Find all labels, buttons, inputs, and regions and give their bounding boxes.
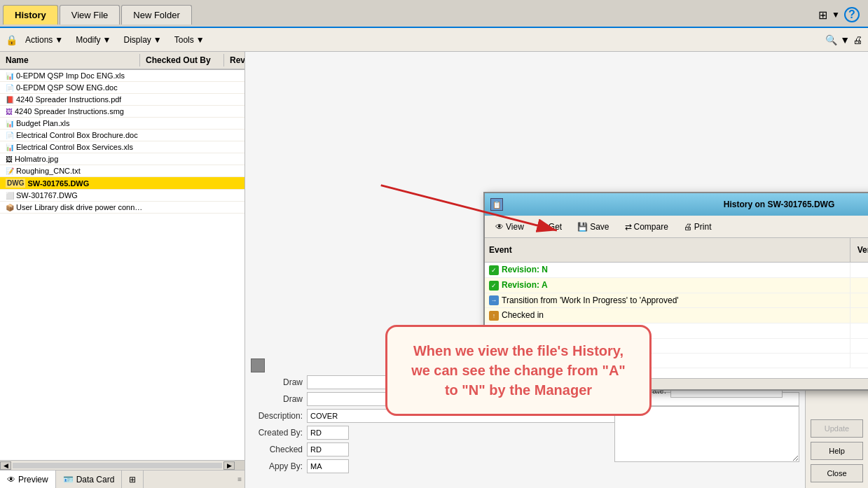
dialog-title-icon: 📋 bbox=[490, 198, 503, 211]
arrow-icon[interactable]: ▼ bbox=[840, 34, 850, 46]
actions-label: Actions bbox=[25, 35, 53, 45]
preview-icon: 👁 bbox=[7, 475, 15, 484]
save-button[interactable]: 💾 Save bbox=[572, 220, 614, 234]
other-icon: ⊞ bbox=[129, 475, 136, 484]
modify-menu[interactable]: Modify ▼ bbox=[71, 32, 116, 48]
tab-bar: History View File New Folder ⊞ ▼ ? bbox=[0, 0, 868, 28]
actions-menu[interactable]: Actions ▼ bbox=[20, 32, 68, 48]
tab-view-file[interactable]: View File bbox=[60, 5, 120, 25]
description-label: Description: bbox=[251, 411, 307, 421]
modify-label: Modify bbox=[76, 35, 100, 45]
list-item[interactable]: 📊Budget Plan.xls Vaulted bbox=[0, 118, 244, 130]
file-list-body: 📊0-EPDM QSP Imp Doc ENG.xls Vaulted Cont… bbox=[0, 70, 244, 460]
created-by-input[interactable] bbox=[307, 426, 349, 440]
tab-new-folder[interactable]: New Folder bbox=[121, 5, 191, 25]
file-list-header: Name Checked Out By Revision State Descr… bbox=[0, 52, 244, 70]
file-name: 📊Electrical Control Box Services.xls bbox=[6, 143, 146, 151]
list-item[interactable]: 📊0-EPDM QSP Imp Doc ENG.xls Vaulted Cont… bbox=[0, 70, 244, 82]
compare-label: Compare bbox=[634, 222, 668, 232]
checked-label: Checked bbox=[251, 445, 307, 454]
file-name: 📄0-EPDM QSP SOW ENG.doc bbox=[6, 83, 146, 92]
file-name: 📊0-EPDM QSP Imp Doc ENG.xls bbox=[6, 71, 146, 80]
list-item[interactable]: 🖼4240 Spreader Instructions.smg Vaulted … bbox=[0, 106, 244, 118]
table-row[interactable]: ✓Revision: A 4 Manager 07/13/2017 12:01:… bbox=[485, 277, 868, 293]
dialog-titlebar: 📋 History on SW-301765.DWG ? ✕ bbox=[485, 193, 868, 216]
zoom-icon[interactable]: 🔍 bbox=[825, 34, 837, 46]
print-button[interactable]: 🖨 Print bbox=[679, 220, 717, 234]
file-name: 📊Budget Plan.xls bbox=[6, 119, 146, 127]
display-label: Display bbox=[123, 35, 151, 45]
save-icon: 💾 bbox=[577, 222, 588, 232]
dropdown-icon[interactable]: ▼ bbox=[832, 10, 840, 20]
bottom-tabs: 👁 Preview 🪪 Data Card ⊞ ≡ bbox=[0, 470, 244, 488]
revision-icon: ✓ bbox=[489, 281, 499, 291]
revision-icon: ✓ bbox=[489, 265, 499, 275]
file-name: 📦User Library disk drive power connector… bbox=[6, 203, 146, 211]
table-row[interactable]: ✓Revision: N 4 Manager 07/13/2017 12:02:… bbox=[485, 263, 868, 278]
panel-handle[interactable]: ≡ bbox=[235, 470, 244, 488]
tools-label: Tools bbox=[174, 35, 194, 45]
tab-data-card[interactable]: 🪪 Data Card bbox=[56, 470, 123, 488]
hscroll-thumb[interactable] bbox=[13, 463, 222, 468]
tab-preview[interactable]: 👁 Preview bbox=[0, 470, 56, 488]
help-button[interactable]: Help bbox=[811, 442, 863, 460]
list-item-selected[interactable]: DWGSW-301765.DWG bbox=[0, 177, 244, 190]
print-icon[interactable]: 🖨 bbox=[853, 34, 862, 46]
list-item[interactable]: 📝Roughing_CNC.txt bbox=[0, 165, 244, 177]
tab-icons: ⊞ ▼ ? bbox=[818, 7, 865, 22]
main-area: Name Checked Out By Revision State Descr… bbox=[0, 52, 868, 488]
scroll-right-arrow[interactable]: ▶ bbox=[223, 461, 235, 470]
list-item[interactable]: 📄Electrical Control Box Brochure.doc bbox=[0, 130, 244, 141]
table-row[interactable]: ↑Checked in 4 Manager 07/13/2017 12:01:5… bbox=[485, 308, 868, 323]
list-item[interactable]: 🖼Holmatro.jpg bbox=[0, 153, 244, 165]
col-name: Name bbox=[0, 54, 140, 67]
scroll-corner bbox=[235, 461, 244, 470]
tools-menu[interactable]: Tools ▼ bbox=[170, 32, 209, 48]
compare-button[interactable]: ⇄ Compare bbox=[620, 220, 673, 234]
draw1-label: Draw bbox=[251, 377, 307, 387]
data-card-label: Data Card bbox=[76, 475, 115, 484]
col-event: Event bbox=[485, 238, 850, 263]
get-button[interactable]: ⬇ Get bbox=[535, 220, 567, 234]
actions-dropdown-icon: ▼ bbox=[55, 35, 63, 45]
tools-dropdown-icon: ▼ bbox=[196, 35, 205, 45]
col-revision: Revision bbox=[224, 54, 245, 67]
col-version: Version bbox=[850, 238, 869, 263]
card-icon: 🪪 bbox=[63, 475, 74, 484]
checkin-icon: ↑ bbox=[489, 311, 499, 321]
get-icon: ⬇ bbox=[539, 222, 546, 232]
hscroll-bar[interactable]: ◀ ▶ bbox=[0, 460, 244, 470]
list-item[interactable]: 📊Electrical Control Box Services.xls bbox=[0, 141, 244, 153]
form-icon bbox=[251, 358, 265, 372]
toolbar-right-icons: 🔍 ▼ 🖨 bbox=[825, 34, 862, 46]
scroll-left-arrow[interactable]: ◀ bbox=[0, 461, 11, 470]
grid-icon[interactable]: ⊞ bbox=[818, 8, 827, 22]
table-row[interactable]: →Transition from 'Work In Progress' to '… bbox=[485, 293, 868, 308]
update-button[interactable]: Update bbox=[811, 419, 863, 438]
file-name: DWGSW-301765.DWG bbox=[6, 179, 146, 188]
print-icon: 🖨 bbox=[684, 222, 692, 232]
appy-by-input[interactable] bbox=[307, 459, 349, 473]
list-item[interactable]: 📄0-EPDM QSP SOW ENG.doc Vaulted Control … bbox=[0, 82, 244, 94]
draw2-label: Draw bbox=[251, 394, 307, 404]
checked-input[interactable] bbox=[307, 442, 349, 456]
display-menu[interactable]: Display ▼ bbox=[118, 32, 166, 48]
close-button[interactable]: Close bbox=[811, 464, 863, 482]
get-label: Get bbox=[549, 222, 562, 232]
view-label: View bbox=[506, 222, 524, 232]
tab-history[interactable]: History bbox=[3, 5, 58, 25]
display-dropdown-icon: ▼ bbox=[153, 35, 162, 45]
view-button[interactable]: 👁 View bbox=[490, 220, 529, 234]
file-list-panel: Name Checked Out By Revision State Descr… bbox=[0, 52, 245, 488]
file-name: 🖼4240 Spreader Instructions.smg bbox=[6, 107, 146, 116]
file-name: 📕4240 Spreader Instructions.pdf bbox=[6, 95, 146, 104]
annotation-box: When we view the file's History, we can … bbox=[385, 325, 652, 416]
list-item[interactable]: 📦User Library disk drive power connector… bbox=[0, 202, 244, 214]
list-item[interactable]: ⬜SW-301767.DWG bbox=[0, 190, 244, 202]
detail-panel: Draw Draw Description: Created By: Check… bbox=[245, 52, 868, 488]
list-item[interactable]: 📕4240 Spreader Instructions.pdf Vaulted bbox=[0, 94, 244, 106]
save-label: Save bbox=[590, 222, 609, 232]
help-icon[interactable]: ? bbox=[844, 7, 860, 22]
file-name: 📝Roughing_CNC.txt bbox=[6, 167, 146, 175]
tab-other[interactable]: ⊞ bbox=[122, 470, 144, 488]
